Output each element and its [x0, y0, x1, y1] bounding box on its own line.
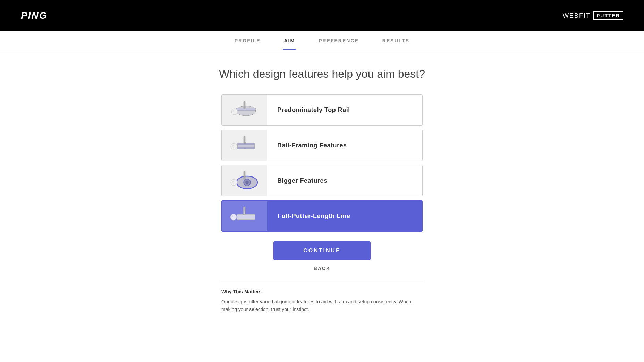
svg-rect-18 [244, 171, 245, 180]
option-full-putter-line-image [222, 201, 267, 231]
back-link[interactable]: BACK [314, 266, 330, 271]
putter-badge-label: PUTTER [593, 11, 623, 20]
svg-rect-2 [236, 108, 256, 110]
option-top-rail-image [222, 95, 267, 125]
nav-item-aim[interactable]: AIM [283, 31, 297, 50]
option-bigger-features[interactable]: Bigger Features [221, 165, 423, 196]
svg-point-5 [233, 110, 235, 112]
option-ball-framing-label: Ball-Framing Features [267, 142, 422, 149]
header: PING WEBFIT PUTTER [0, 0, 644, 31]
option-ball-framing-image [222, 130, 267, 161]
svg-rect-11 [244, 136, 245, 144]
why-text: Our designs offer varied alignment featu… [221, 298, 423, 313]
option-top-rail-label: Predominately Top Rail [267, 106, 422, 114]
continue-button[interactable]: CONTINUE [273, 241, 371, 260]
svg-rect-7 [237, 143, 255, 145]
options-container: Predominately Top Rail [221, 94, 423, 232]
webfit-badge: WEBFIT PUTTER [563, 11, 623, 20]
section-divider [221, 282, 423, 282]
why-title: Why This Matters [221, 289, 423, 294]
main-content: Which design features help you aim best?… [0, 50, 644, 334]
option-full-putter-line[interactable]: Full-Putter-Length Line [221, 200, 423, 232]
nav-item-profile[interactable]: PROFILE [233, 31, 262, 50]
ping-logo: PING [21, 10, 47, 21]
option-ball-framing[interactable]: Ball-Framing Features [221, 130, 423, 161]
svg-point-20 [232, 181, 234, 182]
svg-rect-8 [237, 147, 255, 149]
svg-point-26 [232, 215, 234, 217]
svg-point-19 [231, 179, 237, 186]
webfit-text: WEBFIT [563, 12, 591, 19]
page-title: Which design features help you aim best? [219, 68, 425, 80]
why-section: Why This Matters Our designs offer varie… [221, 289, 423, 313]
svg-rect-10 [244, 148, 246, 149]
svg-point-13 [232, 145, 234, 146]
option-top-rail[interactable]: Predominately Top Rail [221, 94, 423, 126]
option-bigger-features-label: Bigger Features [267, 177, 422, 184]
nav-item-results[interactable]: RESULTS [381, 31, 411, 50]
navigation: PROFILE AIM PREFERENCE RESULTS [0, 31, 644, 50]
option-bigger-features-image [222, 165, 267, 196]
svg-rect-3 [244, 101, 245, 109]
svg-point-17 [245, 181, 249, 184]
svg-point-25 [230, 214, 237, 220]
svg-point-4 [231, 109, 238, 115]
option-full-putter-line-label: Full-Putter-Length Line [267, 213, 422, 220]
svg-point-12 [231, 143, 237, 149]
nav-item-preference[interactable]: PREFERENCE [317, 31, 360, 50]
